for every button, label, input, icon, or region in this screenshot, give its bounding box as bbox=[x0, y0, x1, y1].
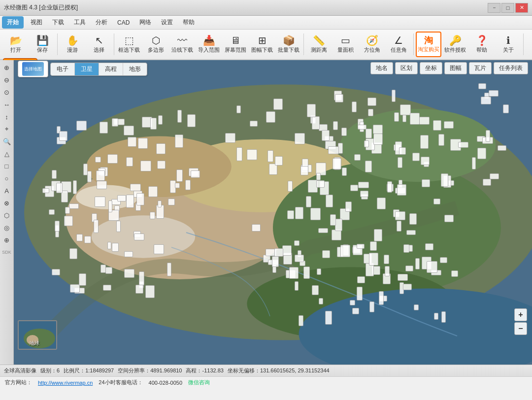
measure-dist-label: 测距离 bbox=[311, 46, 327, 54]
batch-download-button[interactable]: 📦 批量下载 bbox=[276, 32, 301, 57]
sidebar-rect[interactable]: □ bbox=[1, 161, 12, 171]
sidebar-pan-v[interactable]: ↕ bbox=[1, 111, 12, 122]
bearing-icon: 🧭 bbox=[366, 35, 378, 45]
zoom-in-button[interactable]: + bbox=[514, 308, 527, 321]
ctrl-placename[interactable]: 地名 bbox=[370, 62, 393, 74]
tile-download-icon: ⊞ bbox=[258, 35, 266, 45]
map-selector[interactable]: 选择地图 bbox=[18, 61, 48, 77]
website-link[interactable]: http://www.rivermap.cn bbox=[38, 380, 93, 386]
sidebar-plus[interactable]: ⊕ bbox=[1, 234, 12, 245]
menu-settings[interactable]: 设置 bbox=[156, 16, 178, 29]
menu-start[interactable]: 开始 bbox=[2, 16, 24, 29]
measure-dist-icon: 📏 bbox=[313, 35, 325, 45]
pan-button[interactable]: ✋ 漫游 bbox=[60, 32, 85, 57]
sidebar-search[interactable]: 🔍 bbox=[1, 136, 12, 147]
sidebar-fullextent[interactable]: ⊙ bbox=[1, 87, 12, 98]
sidebar-center[interactable]: ⌖ bbox=[1, 124, 12, 134]
task-list-button[interactable]: 任务列表 bbox=[494, 62, 528, 74]
box-download-label: 框选下载 bbox=[118, 46, 140, 54]
pan-label: 漫游 bbox=[67, 46, 78, 54]
screen-range-icon: 🖥 bbox=[231, 35, 240, 45]
open-button[interactable]: 📂 打开 bbox=[3, 32, 29, 57]
map-selector-label: 选择地图 bbox=[24, 66, 42, 72]
maximize-button[interactable]: □ bbox=[501, 3, 514, 13]
sidebar-pan-h[interactable]: ↔ bbox=[1, 99, 12, 110]
toolbar-sep-5 bbox=[523, 33, 524, 55]
map-svg bbox=[14, 60, 532, 365]
screen-range-button[interactable]: 🖥 屏幕范围 bbox=[223, 32, 248, 57]
sidebar-text[interactable]: A bbox=[1, 185, 12, 196]
line-download-button[interactable]: 〰 沿线下载 bbox=[169, 32, 195, 57]
license-button[interactable]: 🔑 软件授权 bbox=[442, 32, 468, 57]
sidebar-zoom-in[interactable]: ⊕ bbox=[1, 62, 12, 73]
bearing-label: 方位角 bbox=[364, 46, 380, 54]
box-download-icon: ⬚ bbox=[125, 35, 134, 45]
tab-elevation[interactable]: 高程 bbox=[99, 63, 123, 75]
about-button[interactable]: ℹ 关于 bbox=[496, 32, 521, 57]
box-download-button[interactable]: ⬚ 框选下载 bbox=[116, 32, 142, 57]
menu-help[interactable]: 帮助 bbox=[178, 16, 200, 29]
menu-analysis[interactable]: 分析 bbox=[91, 16, 112, 29]
sidebar-circle[interactable]: ○ bbox=[1, 173, 12, 184]
left-sidebar: ⊕ ⊖ ⊙ ↔ ↕ ⌖ 🔍 △ □ ○ A ⊗ ⬡ ◎ ⊕ SDK bbox=[0, 60, 14, 365]
select-button[interactable]: ↖ 选择 bbox=[86, 32, 112, 57]
help-icon: ❓ bbox=[476, 35, 488, 45]
menu-tools[interactable]: 工具 bbox=[69, 16, 91, 29]
menu-download[interactable]: 下载 bbox=[47, 16, 69, 29]
wechat-label[interactable]: 微信咨询 bbox=[188, 379, 210, 386]
website-label: 官方网站： bbox=[5, 379, 32, 386]
sidebar-zoom-out[interactable]: ⊖ bbox=[1, 74, 12, 85]
save-button[interactable]: 💾 保存 bbox=[30, 32, 55, 57]
license-icon: 🔑 bbox=[449, 35, 462, 45]
taobao-button[interactable]: 淘 淘宝购买 bbox=[416, 32, 441, 57]
sidebar-target[interactable]: ◎ bbox=[1, 222, 12, 233]
bearing-button[interactable]: 🧭 方位角 bbox=[359, 32, 385, 57]
sidebar-hex[interactable]: ⬡ bbox=[1, 210, 12, 221]
toolbar-sep-1 bbox=[57, 33, 58, 55]
tile-download-button[interactable]: ⊞ 图幅下载 bbox=[249, 32, 275, 57]
menu-view[interactable]: 视图 bbox=[26, 16, 47, 29]
save-icon: 💾 bbox=[36, 35, 49, 45]
help-button[interactable]: ❓ 帮助 bbox=[469, 32, 495, 57]
line-download-label: 沿线下载 bbox=[171, 46, 193, 54]
import-range-label: 导入范围 bbox=[198, 46, 220, 54]
batch-download-label: 批量下载 bbox=[278, 46, 299, 54]
open-icon: 📂 bbox=[10, 35, 22, 45]
resolution-label: 全球高清影像 bbox=[4, 367, 36, 374]
tab-electronic[interactable]: 电子 bbox=[51, 63, 75, 75]
ctrl-coord[interactable]: 坐标 bbox=[420, 62, 442, 74]
polygon-button[interactable]: ⬡ 多边形 bbox=[143, 32, 168, 57]
sidebar-triangle[interactable]: △ bbox=[1, 148, 12, 159]
title-text: 水经微图 4.3 [企业版已授权] bbox=[4, 3, 78, 12]
menu-cad[interactable]: CAD bbox=[112, 17, 134, 28]
sidebar-layers[interactable]: SDK bbox=[1, 247, 12, 258]
about-label: 关于 bbox=[503, 46, 514, 54]
tab-terrain[interactable]: 地形 bbox=[123, 63, 147, 75]
ctrl-district[interactable]: 区划 bbox=[395, 62, 418, 74]
tab-satellite[interactable]: 卫星 bbox=[75, 63, 99, 75]
import-range-icon: 📥 bbox=[203, 35, 215, 45]
ctrl-mapsheet[interactable]: 图幅 bbox=[444, 62, 467, 74]
map-container[interactable]: 选择地图 电子 卫星 高程 地形 地名 区划 坐标 图幅 瓦片 任务列表 bbox=[14, 60, 532, 365]
free-angle-button[interactable]: ∠ 任意角 bbox=[386, 32, 411, 57]
zoom-controls: + − bbox=[514, 308, 527, 335]
title-bar: 水经微图 4.3 [企业版已授权] － □ ✕ bbox=[0, 0, 532, 16]
close-button[interactable]: ✕ bbox=[515, 3, 528, 13]
svg-point-9 bbox=[92, 215, 195, 258]
measure-dist-button[interactable]: 📏 测距离 bbox=[306, 32, 332, 57]
status-bar: 全球高清影像 级别：6 比例尺：1:18489297 空间分辨率：4891.96… bbox=[0, 365, 532, 376]
level-label: 级别：6 bbox=[40, 367, 60, 374]
sidebar-cross[interactable]: ⊗ bbox=[1, 198, 12, 208]
minimize-button[interactable]: － bbox=[488, 3, 500, 13]
taobao-label: 淘宝购买 bbox=[418, 46, 439, 53]
map-canvas[interactable]: + − 地球 bbox=[14, 60, 532, 365]
toolbar-sep-4 bbox=[413, 33, 414, 55]
zoom-out-button[interactable]: − bbox=[514, 322, 527, 335]
measure-area-button[interactable]: ▭ 量面积 bbox=[332, 32, 358, 57]
menu-network[interactable]: 网络 bbox=[134, 16, 156, 29]
ctrl-tile[interactable]: 瓦片 bbox=[469, 62, 492, 74]
polygon-icon: ⬡ bbox=[152, 35, 160, 45]
save-label: 保存 bbox=[37, 46, 48, 54]
elevation-status: 高程：-1132.83 bbox=[186, 367, 223, 374]
import-range-button[interactable]: 📥 导入范围 bbox=[196, 32, 222, 57]
